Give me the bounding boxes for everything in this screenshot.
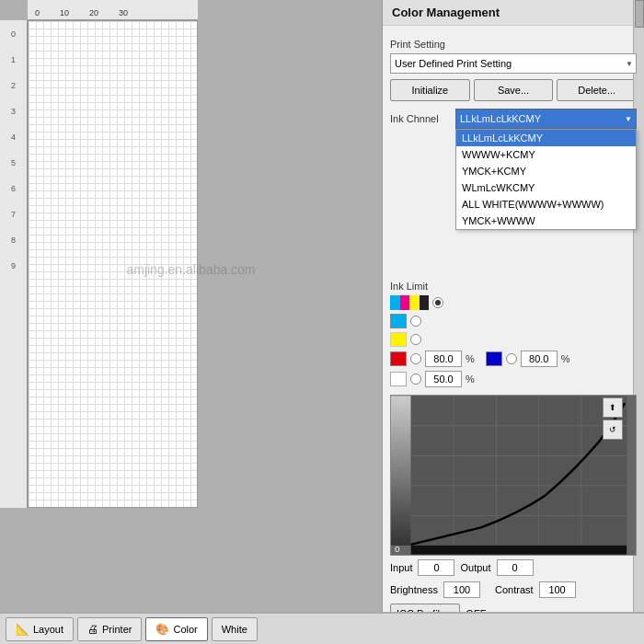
ink-channel-label: Ink Chnnel [390, 113, 450, 124]
curve-area: 0 ⬆ ↺ [390, 395, 637, 556]
io-row: Input Output [390, 559, 637, 576]
blue-swatch [486, 351, 502, 366]
white-pct: % [466, 374, 475, 385]
svg-text:0: 0 [395, 544, 400, 554]
red-limit-input[interactable] [425, 351, 462, 367]
ink-option-3[interactable]: WLmLcWKCMY [456, 179, 636, 196]
radio-white[interactable] [410, 374, 421, 385]
blue-pct: % [561, 353, 570, 364]
white-swatch [390, 372, 407, 386]
ruler-left-marks: 0 1 2 3 4 5 6 7 8 9 [0, 29, 27, 270]
ink-row-cmyk [390, 295, 637, 310]
delete-button[interactable]: Delete... [557, 79, 637, 101]
ink-option-0[interactable]: LLkLmLcLkKCMY [456, 130, 636, 146]
input-value[interactable] [418, 559, 454, 576]
ink-channel-dropdown-container: LLkLmLcLkKCMY LLkLmLcLkKCMY WWWW+KCMY YM… [455, 109, 637, 129]
brightness-label: Brightness [390, 584, 438, 595]
input-label: Input [390, 562, 412, 573]
red-swatch [390, 351, 407, 366]
ink-channel-popup: LLkLmLcLkKCMY WWWW+KCMY YMCK+KCMY WLmLcW… [455, 129, 637, 230]
ink-option-1[interactable]: WWWW+KCMY [456, 146, 636, 163]
ink-option-5[interactable]: YMCK+WWWW [456, 213, 636, 229]
curve-reset-btn[interactable]: ↺ [603, 420, 623, 440]
ink-row-yellow [390, 332, 637, 347]
print-setting-dropdown[interactable]: User Defined Print Setting [390, 53, 637, 74]
output-value[interactable] [497, 559, 534, 576]
print-setting-row: User Defined Print Setting [390, 53, 637, 74]
magenta-part [400, 295, 410, 310]
tab-white[interactable]: White [212, 617, 258, 641]
ink-channel-display[interactable]: LLkLmLcLkKCMY [455, 109, 637, 129]
radio-cyan[interactable] [410, 316, 421, 327]
scrollbar-thumb[interactable] [635, 0, 644, 28]
tab-white-label: White [222, 624, 247, 635]
tab-layout-label: Layout [33, 624, 63, 635]
ruler-20: 20 [89, 8, 98, 17]
contrast-value[interactable] [539, 581, 576, 598]
brightness-row: Brightness Contrast [390, 581, 637, 598]
svg-rect-10 [411, 546, 627, 555]
ruler-30: 30 [119, 8, 128, 17]
ruler-10: 10 [60, 8, 69, 17]
output-label: Output [460, 562, 490, 573]
tab-layout[interactable]: 📐 Layout [6, 617, 74, 641]
watermark: amjing.en.alibaba.com [126, 262, 255, 277]
curve-svg: 0 [391, 396, 636, 555]
blue-limit-input[interactable] [521, 351, 558, 367]
button-row: Initialize Save... Delete... [390, 79, 637, 101]
layout-icon: 📐 [16, 623, 29, 636]
ink-limit-label: Ink Limit [390, 281, 637, 292]
ruler-top: 0 10 20 30 [28, 0, 198, 20]
initialize-button[interactable]: Initialize [390, 79, 470, 101]
brightness-value[interactable] [443, 581, 480, 598]
printer-icon: 🖨 [87, 623, 98, 636]
curve-expand-btn[interactable]: ⬆ [603, 397, 623, 418]
cyan-swatch [390, 314, 407, 328]
contrast-label: Contrast [495, 584, 534, 595]
ruler-0: 0 [35, 8, 40, 17]
print-setting-label: Print Setting [390, 39, 637, 50]
ink-limit-section: Ink Limit [390, 281, 637, 387]
panel-title: Color Management [383, 0, 644, 26]
red-pct: % [466, 353, 475, 364]
curve-icon-buttons: ⬆ ↺ [603, 397, 623, 440]
yellow-swatch [390, 332, 407, 347]
save-button[interactable]: Save... [474, 79, 554, 101]
ink-row-redblue: % % [390, 351, 637, 367]
radio-cmyk[interactable] [432, 297, 443, 308]
cyan-part [390, 295, 400, 310]
print-setting-dropdown-wrapper: User Defined Print Setting [390, 53, 637, 74]
tab-printer[interactable]: 🖨 Printer [77, 617, 142, 641]
panel-body: Print Setting User Defined Print Setting… [383, 26, 644, 644]
tab-printer-label: Printer [102, 624, 132, 635]
ink-row-white: % [390, 371, 637, 387]
radio-red[interactable] [410, 353, 421, 364]
svg-rect-0 [391, 396, 411, 546]
ink-channel-row: Ink Chnnel LLkLmLcLkKCMY LLkLmLcLkKCMY W… [390, 109, 637, 129]
canvas-area: 0 10 20 30 0 1 2 3 4 5 6 7 8 9 amjing.en… [0, 0, 382, 644]
yellow-part [409, 295, 420, 310]
cmyk-swatch [390, 295, 429, 310]
right-panel: Color Management Print Setting User Defi… [382, 0, 644, 644]
bottom-tabs: 📐 Layout 🖨 Printer 🎨 Color White [0, 612, 644, 644]
black-part [420, 295, 430, 310]
svg-rect-1 [411, 396, 627, 546]
ink-option-2[interactable]: YMCK+KCMY [456, 163, 636, 179]
ink-row-cyan [390, 314, 637, 328]
tab-color-label: Color [173, 624, 197, 635]
ruler-left: 0 1 2 3 4 5 6 7 8 9 [0, 20, 28, 508]
color-icon: 🎨 [155, 623, 169, 636]
radio-yellow[interactable] [410, 334, 421, 345]
ink-option-4[interactable]: ALL WHITE(WWWW+WWWW) [456, 196, 636, 213]
radio-blue[interactable] [506, 353, 517, 364]
white-limit-input[interactable] [425, 371, 462, 387]
tab-color[interactable]: 🎨 Color [145, 617, 207, 641]
